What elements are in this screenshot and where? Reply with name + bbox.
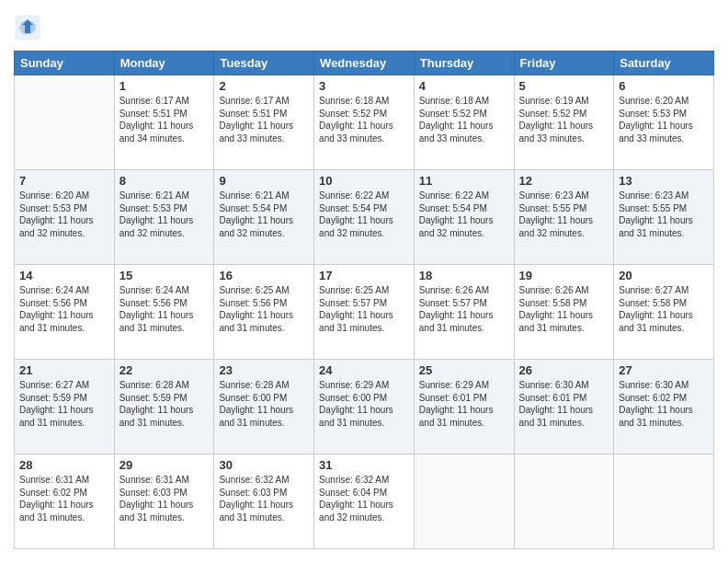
calendar-cell: 3Sunrise: 6:18 AM Sunset: 5:52 PM Daylig… bbox=[314, 75, 415, 170]
day-number: 12 bbox=[519, 174, 609, 188]
day-number: 4 bbox=[419, 79, 509, 93]
day-info: Sunrise: 6:29 AM Sunset: 6:01 PM Dayligh… bbox=[419, 379, 509, 429]
day-info: Sunrise: 6:27 AM Sunset: 5:58 PM Dayligh… bbox=[619, 284, 709, 334]
calendar-cell: 25Sunrise: 6:29 AM Sunset: 6:01 PM Dayli… bbox=[414, 360, 514, 454]
day-info: Sunrise: 6:30 AM Sunset: 6:01 PM Dayligh… bbox=[519, 379, 609, 429]
day-number: 19 bbox=[519, 269, 609, 282]
day-info: Sunrise: 6:24 AM Sunset: 5:56 PM Dayligh… bbox=[19, 284, 109, 334]
calendar-header-sunday: Sunday bbox=[15, 52, 115, 75]
calendar-header-thursday: Thursday bbox=[414, 52, 514, 75]
day-number: 10 bbox=[319, 174, 409, 188]
calendar-header-friday: Friday bbox=[514, 52, 614, 75]
calendar-cell: 29Sunrise: 6:31 AM Sunset: 6:03 PM Dayli… bbox=[114, 454, 214, 549]
day-number: 20 bbox=[619, 269, 709, 282]
day-number: 7 bbox=[19, 174, 109, 188]
day-info: Sunrise: 6:19 AM Sunset: 5:52 PM Dayligh… bbox=[519, 95, 609, 144]
calendar-cell: 9Sunrise: 6:21 AM Sunset: 5:54 PM Daylig… bbox=[214, 170, 314, 265]
calendar-header-saturday: Saturday bbox=[614, 52, 714, 75]
day-info: Sunrise: 6:21 AM Sunset: 5:53 PM Dayligh… bbox=[119, 190, 210, 239]
day-info: Sunrise: 6:31 AM Sunset: 6:03 PM Dayligh… bbox=[119, 474, 210, 523]
day-number: 21 bbox=[19, 363, 109, 377]
calendar-cell: 24Sunrise: 6:29 AM Sunset: 6:00 PM Dayli… bbox=[314, 360, 415, 454]
day-number: 6 bbox=[619, 79, 709, 93]
calendar-cell: 11Sunrise: 6:22 AM Sunset: 5:54 PM Dayli… bbox=[414, 170, 514, 265]
day-info: Sunrise: 6:21 AM Sunset: 5:54 PM Dayligh… bbox=[219, 190, 309, 239]
day-number: 30 bbox=[219, 458, 309, 472]
calendar-cell: 20Sunrise: 6:27 AM Sunset: 5:58 PM Dayli… bbox=[614, 265, 714, 360]
calendar-cell: 2Sunrise: 6:17 AM Sunset: 5:51 PM Daylig… bbox=[214, 75, 314, 170]
calendar-cell bbox=[414, 454, 514, 549]
calendar-cell: 6Sunrise: 6:20 AM Sunset: 5:53 PM Daylig… bbox=[614, 75, 714, 170]
logo bbox=[14, 14, 46, 41]
calendar-cell: 26Sunrise: 6:30 AM Sunset: 6:01 PM Dayli… bbox=[514, 360, 614, 454]
day-info: Sunrise: 6:17 AM Sunset: 5:51 PM Dayligh… bbox=[119, 95, 210, 144]
day-info: Sunrise: 6:32 AM Sunset: 6:03 PM Dayligh… bbox=[219, 474, 309, 523]
calendar-week-row: 1Sunrise: 6:17 AM Sunset: 5:51 PM Daylig… bbox=[15, 75, 714, 170]
calendar-cell bbox=[15, 75, 115, 170]
calendar-cell: 27Sunrise: 6:30 AM Sunset: 6:02 PM Dayli… bbox=[614, 360, 714, 454]
calendar-header-row: SundayMondayTuesdayWednesdayThursdayFrid… bbox=[15, 52, 714, 75]
header bbox=[14, 14, 714, 41]
calendar-body: 1Sunrise: 6:17 AM Sunset: 5:51 PM Daylig… bbox=[15, 75, 714, 549]
day-info: Sunrise: 6:29 AM Sunset: 6:00 PM Dayligh… bbox=[319, 379, 409, 429]
calendar-cell: 7Sunrise: 6:20 AM Sunset: 5:53 PM Daylig… bbox=[15, 170, 115, 265]
day-number: 31 bbox=[319, 458, 409, 472]
calendar-cell: 4Sunrise: 6:18 AM Sunset: 5:52 PM Daylig… bbox=[414, 75, 514, 170]
day-number: 16 bbox=[219, 269, 309, 282]
day-info: Sunrise: 6:32 AM Sunset: 6:04 PM Dayligh… bbox=[319, 474, 409, 523]
calendar-cell: 16Sunrise: 6:25 AM Sunset: 5:56 PM Dayli… bbox=[214, 265, 314, 360]
day-number: 26 bbox=[519, 363, 609, 377]
calendar-cell bbox=[514, 454, 614, 549]
calendar-cell: 10Sunrise: 6:22 AM Sunset: 5:54 PM Dayli… bbox=[314, 170, 415, 265]
day-number: 8 bbox=[119, 174, 210, 188]
day-info: Sunrise: 6:24 AM Sunset: 5:56 PM Dayligh… bbox=[119, 284, 210, 334]
day-number: 9 bbox=[219, 174, 309, 188]
day-info: Sunrise: 6:25 AM Sunset: 5:56 PM Dayligh… bbox=[219, 284, 309, 334]
calendar-week-row: 21Sunrise: 6:27 AM Sunset: 5:59 PM Dayli… bbox=[15, 360, 714, 454]
day-info: Sunrise: 6:22 AM Sunset: 5:54 PM Dayligh… bbox=[419, 190, 509, 239]
day-info: Sunrise: 6:31 AM Sunset: 6:02 PM Dayligh… bbox=[19, 474, 109, 523]
calendar-week-row: 28Sunrise: 6:31 AM Sunset: 6:02 PM Dayli… bbox=[15, 454, 714, 549]
day-info: Sunrise: 6:23 AM Sunset: 5:55 PM Dayligh… bbox=[519, 190, 609, 239]
calendar-cell: 21Sunrise: 6:27 AM Sunset: 5:59 PM Dayli… bbox=[15, 360, 115, 454]
day-info: Sunrise: 6:26 AM Sunset: 5:58 PM Dayligh… bbox=[519, 284, 609, 334]
day-number: 18 bbox=[419, 269, 509, 282]
day-number: 3 bbox=[319, 79, 409, 93]
calendar-week-row: 7Sunrise: 6:20 AM Sunset: 5:53 PM Daylig… bbox=[15, 170, 714, 265]
calendar-cell: 17Sunrise: 6:25 AM Sunset: 5:57 PM Dayli… bbox=[314, 265, 415, 360]
day-number: 17 bbox=[319, 269, 409, 282]
calendar-header-wednesday: Wednesday bbox=[314, 52, 415, 75]
day-info: Sunrise: 6:17 AM Sunset: 5:51 PM Dayligh… bbox=[219, 95, 309, 144]
day-info: Sunrise: 6:30 AM Sunset: 6:02 PM Dayligh… bbox=[619, 379, 709, 429]
day-info: Sunrise: 6:28 AM Sunset: 5:59 PM Dayligh… bbox=[119, 379, 210, 429]
calendar-cell: 22Sunrise: 6:28 AM Sunset: 5:59 PM Dayli… bbox=[114, 360, 214, 454]
day-info: Sunrise: 6:23 AM Sunset: 5:55 PM Dayligh… bbox=[619, 190, 709, 239]
day-info: Sunrise: 6:20 AM Sunset: 5:53 PM Dayligh… bbox=[619, 95, 709, 144]
calendar-cell: 30Sunrise: 6:32 AM Sunset: 6:03 PM Dayli… bbox=[214, 454, 314, 549]
day-info: Sunrise: 6:18 AM Sunset: 5:52 PM Dayligh… bbox=[419, 95, 509, 144]
calendar-cell: 5Sunrise: 6:19 AM Sunset: 5:52 PM Daylig… bbox=[514, 75, 614, 170]
day-info: Sunrise: 6:18 AM Sunset: 5:52 PM Dayligh… bbox=[319, 95, 409, 144]
day-info: Sunrise: 6:20 AM Sunset: 5:53 PM Dayligh… bbox=[19, 190, 109, 239]
day-info: Sunrise: 6:26 AM Sunset: 5:57 PM Dayligh… bbox=[419, 284, 509, 334]
calendar-cell: 18Sunrise: 6:26 AM Sunset: 5:57 PM Dayli… bbox=[414, 265, 514, 360]
calendar-cell: 31Sunrise: 6:32 AM Sunset: 6:04 PM Dayli… bbox=[314, 454, 415, 549]
day-number: 1 bbox=[119, 79, 210, 93]
day-number: 15 bbox=[119, 269, 210, 282]
logo-icon bbox=[14, 14, 41, 41]
day-number: 25 bbox=[419, 363, 509, 377]
calendar-cell bbox=[614, 454, 714, 549]
day-number: 5 bbox=[519, 79, 609, 93]
calendar-cell: 8Sunrise: 6:21 AM Sunset: 5:53 PM Daylig… bbox=[114, 170, 214, 265]
calendar-header-tuesday: Tuesday bbox=[214, 52, 314, 75]
calendar-cell: 28Sunrise: 6:31 AM Sunset: 6:02 PM Dayli… bbox=[15, 454, 115, 549]
day-number: 27 bbox=[619, 363, 709, 377]
day-number: 13 bbox=[619, 174, 709, 188]
day-number: 29 bbox=[119, 458, 210, 472]
calendar-cell: 13Sunrise: 6:23 AM Sunset: 5:55 PM Dayli… bbox=[614, 170, 714, 265]
day-number: 24 bbox=[319, 363, 409, 377]
day-number: 23 bbox=[219, 363, 309, 377]
calendar-cell: 23Sunrise: 6:28 AM Sunset: 6:00 PM Dayli… bbox=[214, 360, 314, 454]
day-info: Sunrise: 6:22 AM Sunset: 5:54 PM Dayligh… bbox=[319, 190, 409, 239]
calendar-header-monday: Monday bbox=[114, 52, 214, 75]
